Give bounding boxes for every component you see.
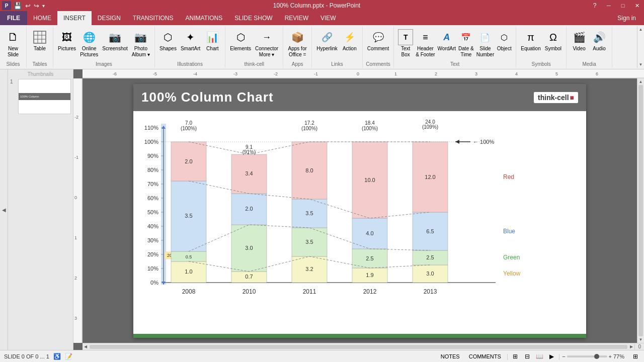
photo-album-button[interactable]: 📷 PhotoAlbum ▾ bbox=[130, 28, 151, 59]
zoom-out-button[interactable]: − bbox=[562, 353, 565, 359]
redo-icon[interactable]: ↪ bbox=[33, 2, 40, 10]
vertical-scrollbar[interactable]: ▲ ▼ bbox=[637, 78, 644, 343]
new-slide-button[interactable]: 🗋 NewSlide bbox=[3, 28, 23, 59]
ribbon-scroll[interactable]: ▲ ▼ bbox=[637, 26, 644, 68]
slide[interactable]: 100% Column Chart think-cell ■ bbox=[133, 84, 586, 338]
svg-text:40%: 40% bbox=[147, 223, 158, 229]
svg-text:(91%): (91%) bbox=[243, 149, 256, 155]
group-symbols: π Equation Ω Symbol Symbols bbox=[516, 26, 567, 68]
wordart-button[interactable]: A WordArt bbox=[437, 28, 457, 52]
undo-icon[interactable]: ↩ bbox=[24, 2, 32, 10]
main-area: ◀ Thumbnails 1 100% Column -6 bbox=[0, 69, 644, 350]
normal-view-button[interactable]: ⊞ bbox=[510, 352, 520, 361]
equation-button[interactable]: π Equation bbox=[519, 28, 542, 52]
tab-slideshow[interactable]: SLIDE SHOW bbox=[228, 11, 278, 25]
screenshot-button[interactable]: 📷 Screenshot bbox=[101, 28, 129, 52]
svg-text:18.4: 18.4 bbox=[365, 120, 375, 126]
tab-transitions[interactable]: TRANSITIONS bbox=[127, 11, 180, 25]
horizontal-scrollbar[interactable]: ◀ ▶ 0 bbox=[83, 343, 644, 350]
group-tables: Table Tables bbox=[27, 26, 53, 68]
apps-for-office-button[interactable]: 📦 Apps forOffice = bbox=[286, 28, 308, 59]
svg-text:2008: 2008 bbox=[182, 288, 196, 295]
svg-text:6.5: 6.5 bbox=[426, 228, 434, 234]
zoom-in-button[interactable]: + bbox=[609, 353, 612, 359]
notes-button[interactable]: NOTES bbox=[437, 352, 463, 361]
accessibility-icon[interactable]: ♿ bbox=[53, 353, 61, 360]
tab-file[interactable]: FILE bbox=[0, 11, 27, 25]
group-images: 🖼 Pictures 🌐 OnlinePictures 📷 Screenshot… bbox=[53, 26, 155, 68]
table-button[interactable]: Table bbox=[30, 28, 50, 52]
notes-icon[interactable]: 📝 bbox=[65, 353, 72, 360]
audio-button[interactable]: 🔊 Audio bbox=[590, 28, 609, 52]
svg-text:3: 3 bbox=[475, 71, 477, 76]
svg-text:100%: 100% bbox=[144, 139, 158, 145]
svg-text:3.5: 3.5 bbox=[305, 210, 313, 216]
svg-text:80%: 80% bbox=[147, 167, 158, 173]
tab-home[interactable]: HOME bbox=[27, 11, 57, 25]
svg-text:2012: 2012 bbox=[363, 288, 377, 295]
hyperlink-button[interactable]: 🔗 Hyperlink bbox=[315, 28, 339, 52]
smartart-button[interactable]: ✦ SmartArt bbox=[179, 28, 202, 52]
panel-collapse-button[interactable]: ◀ bbox=[0, 69, 8, 350]
slideshow-view-button[interactable]: ▶ bbox=[546, 352, 556, 361]
tab-animations[interactable]: ANIMATIONS bbox=[179, 11, 228, 25]
slidesorter-view-button[interactable]: ⊟ bbox=[522, 352, 532, 361]
svg-text:3.5: 3.5 bbox=[185, 213, 192, 219]
svg-text:2.0: 2.0 bbox=[245, 206, 253, 212]
online-pictures-button[interactable]: 🌐 OnlinePictures bbox=[78, 28, 100, 59]
svg-text:3.2: 3.2 bbox=[305, 266, 313, 272]
zoom-slider-thumb[interactable] bbox=[594, 354, 599, 359]
svg-text:2: 2 bbox=[74, 276, 77, 281]
chart-svg[interactable]: 110% 100% 90% 80% 70% 60% 50% 40% 30% 20… bbox=[143, 119, 576, 320]
zoom-level[interactable]: 77% bbox=[613, 353, 629, 359]
pictures-button[interactable]: 🖼 Pictures bbox=[56, 28, 77, 52]
header-footer-button[interactable]: ≡ Header& Footer bbox=[415, 28, 436, 59]
shapes-button[interactable]: ⬡ Shapes bbox=[158, 28, 178, 52]
slide-number-button[interactable]: 📄 SlideNumber bbox=[475, 28, 496, 59]
tab-insert[interactable]: INSERT bbox=[57, 11, 92, 25]
datetime-button[interactable]: 📅 Date &Time bbox=[457, 28, 475, 59]
slide-canvas-area[interactable]: 100% Column Chart think-cell ■ bbox=[83, 78, 637, 343]
comment-button[interactable]: 💬 Comment bbox=[366, 28, 390, 52]
save-icon[interactable]: 💾 bbox=[12, 2, 23, 10]
action-button[interactable]: ⚡ Action bbox=[340, 28, 359, 52]
tab-design[interactable]: DESIGN bbox=[92, 11, 127, 25]
slide-thumbnail-1[interactable]: 1 100% Column bbox=[10, 79, 71, 114]
svg-text:1: 1 bbox=[394, 71, 397, 76]
svg-text:5: 5 bbox=[555, 71, 558, 76]
symbol-button[interactable]: Ω Symbol bbox=[543, 28, 563, 52]
textbox-button[interactable]: T TextBox bbox=[397, 28, 414, 59]
svg-text:70%: 70% bbox=[147, 181, 158, 187]
video-button[interactable]: 🎬 Video bbox=[570, 28, 589, 52]
group-text: T TextBox ≡ Header& Footer A WordArt 📅 D… bbox=[394, 26, 516, 68]
svg-text:Red: Red bbox=[503, 173, 514, 180]
svg-text:0: 0 bbox=[74, 195, 77, 200]
svg-marker-109 bbox=[455, 140, 459, 144]
maximize-button[interactable]: □ bbox=[616, 0, 630, 11]
tab-review[interactable]: REVIEW bbox=[279, 11, 314, 25]
reading-view-button[interactable]: 📖 bbox=[534, 352, 544, 361]
help-button[interactable]: ? bbox=[588, 0, 602, 11]
connector-button[interactable]: → ConnectorMore ▾ bbox=[254, 28, 280, 59]
tab-view[interactable]: VIEW bbox=[314, 11, 342, 25]
app-icon: P bbox=[2, 1, 11, 10]
group-media: 🎬 Video 🔊 Audio Media bbox=[567, 26, 612, 68]
svg-text:1.9: 1.9 bbox=[366, 272, 373, 278]
window-controls: ? ─ □ ✕ bbox=[588, 0, 644, 11]
signin-button[interactable]: Sign in bbox=[609, 11, 644, 25]
zoom-slider[interactable] bbox=[567, 355, 607, 357]
svg-text:2.5: 2.5 bbox=[366, 255, 373, 261]
svg-text:3.4: 3.4 bbox=[245, 170, 253, 176]
chart-button[interactable]: 📊 Chart bbox=[203, 28, 222, 52]
customize-icon[interactable]: ▾ bbox=[41, 3, 46, 9]
svg-text:-1: -1 bbox=[74, 155, 78, 160]
svg-text:2011: 2011 bbox=[303, 288, 316, 295]
zoom-control[interactable]: − + 77% ⊞ bbox=[562, 352, 640, 361]
minimize-button[interactable]: ─ bbox=[602, 0, 616, 11]
object-button[interactable]: ⬡ Object bbox=[496, 28, 513, 52]
fit-slide-button[interactable]: ⊞ bbox=[631, 352, 640, 361]
comments-button[interactable]: COMMENTS bbox=[465, 352, 505, 361]
chart-area[interactable]: 110% 100% 90% 80% 70% 60% 50% 40% 30% 20… bbox=[133, 111, 586, 337]
elements-button[interactable]: ⬡ Elements bbox=[228, 28, 253, 52]
close-button[interactable]: ✕ bbox=[630, 0, 644, 11]
